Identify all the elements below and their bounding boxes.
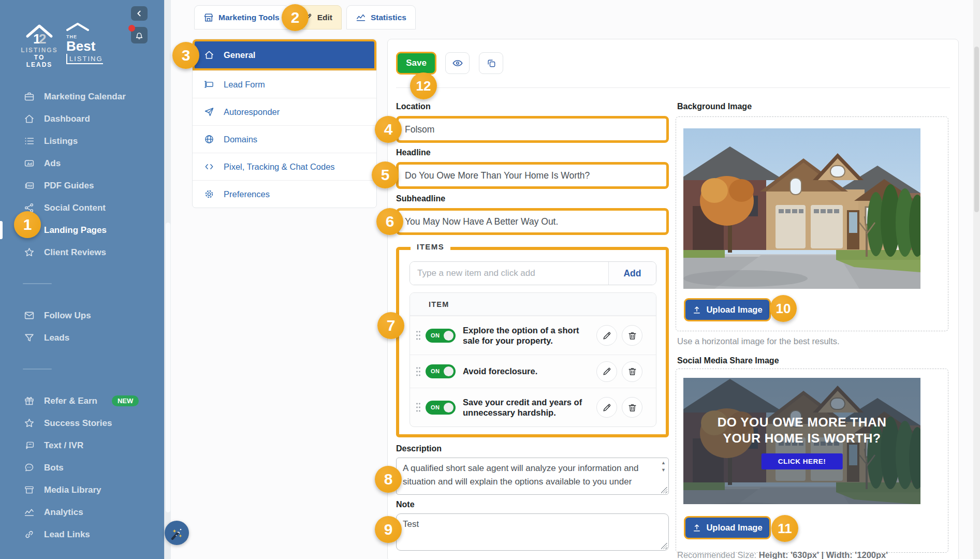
svg-text:Ad: Ad xyxy=(27,161,32,166)
step-badge-11: 11 xyxy=(771,515,798,542)
sidebar-item-label: Text / IVR xyxy=(44,440,83,451)
sidebar-item-leads[interactable]: Leads xyxy=(0,327,171,349)
tab-statistics[interactable]: Statistics xyxy=(346,5,416,30)
step-badge-1: 1 xyxy=(14,211,41,238)
envelope-icon xyxy=(24,310,35,321)
svg-text:2: 2 xyxy=(39,31,46,46)
step-badge-5: 5 xyxy=(372,161,399,188)
sidebar-item-refer-earn[interactable]: Refer & Earn NEW xyxy=(0,390,171,412)
page-scrollbar-thumb[interactable] xyxy=(974,47,979,212)
sidebar-item-dashboard[interactable]: Dashboard xyxy=(0,108,171,130)
settings-subnav: General Lead Form Autoresponder Domains … xyxy=(192,39,377,208)
delete-item-button[interactable] xyxy=(622,397,642,418)
headline-label: Headline xyxy=(396,148,431,157)
listings-to-leads-logo: 1 2 LISTINGS TO LEADS xyxy=(21,23,58,68)
sidebar-item-text-ivr[interactable]: Text / IVR xyxy=(0,434,171,457)
house-photo xyxy=(683,128,920,289)
edit-item-button[interactable] xyxy=(596,325,617,346)
subnav-item-domains[interactable]: Domains xyxy=(193,125,376,153)
sidebar-item-ads[interactable]: Ad Ads xyxy=(0,152,171,174)
new-item-input[interactable] xyxy=(410,262,608,285)
sidebar-collapse-button[interactable] xyxy=(131,6,148,21)
resize-grip-icon[interactable] xyxy=(661,543,667,549)
save-button[interactable]: Save xyxy=(396,52,436,75)
step-badge-8: 8 xyxy=(375,466,402,493)
sidebar-item-success-stories[interactable]: Success Stories xyxy=(0,412,171,434)
drag-handle-icon[interactable] xyxy=(414,366,422,377)
notifications-button[interactable] xyxy=(131,27,148,43)
delete-item-button[interactable] xyxy=(622,361,642,382)
sidebar-item-pdf-guides[interactable]: PDF PDF Guides xyxy=(0,174,171,197)
logo-text-listings: LISTINGS xyxy=(21,47,58,54)
link-icon xyxy=(24,529,35,540)
item-toggle[interactable]: ON xyxy=(426,329,456,343)
sidebar-item-lead-links[interactable]: Lead Links xyxy=(0,523,171,546)
subnav-item-label: Preferences xyxy=(224,189,270,199)
social-share-image-label: Social Media Share Image xyxy=(677,356,779,365)
subnav-item-general[interactable]: General xyxy=(193,39,376,70)
sidebar-item-label: Success Stories xyxy=(44,418,112,429)
add-item-button[interactable]: Add xyxy=(608,262,656,285)
sidebar-item-label: Landing Pages xyxy=(44,225,107,236)
tab-marketing-tools[interactable]: Marketing Tools xyxy=(194,5,289,30)
description-textarea[interactable]: A qualified short sale agent will analyz… xyxy=(396,458,669,495)
sidebar-item-listings[interactable]: Listings xyxy=(0,130,171,152)
sidebar-item-marketing-calendar[interactable]: Marketing Calendar xyxy=(0,85,171,108)
sidebar-item-label: Refer & Earn xyxy=(44,396,97,406)
sidebar-item-bots[interactable]: Bots xyxy=(0,457,171,479)
sidebar-divider xyxy=(0,263,171,304)
sidebar-item-analytics[interactable]: Analytics xyxy=(0,501,171,523)
chart-icon xyxy=(356,12,366,23)
sidebar-item-label: Media Library xyxy=(44,485,101,495)
subheadline-input[interactable] xyxy=(396,208,669,235)
share-overlay-cta: CLICK HERE! xyxy=(762,453,843,469)
step-badge-4: 4 xyxy=(375,116,402,143)
edit-item-button[interactable] xyxy=(596,361,617,382)
sidebar-scrollbar-thumb[interactable] xyxy=(166,223,170,512)
items-section: ITEMS Add ITEM ON Explore the option of … xyxy=(396,247,669,437)
sidebar-item-follow-ups[interactable]: Follow Ups xyxy=(0,304,171,327)
note-textarea[interactable]: Test xyxy=(396,513,669,551)
upload-social-image-button[interactable]: Upload Image xyxy=(684,516,771,539)
globe-icon xyxy=(204,134,214,144)
toggle-on-label: ON xyxy=(431,404,440,410)
logo-text-toleads: TO LEADS xyxy=(21,54,58,68)
share-image-overlay: DO YOU OWE MORE THAN YOUR HOME IS WORTH?… xyxy=(683,378,920,504)
headline-input[interactable] xyxy=(396,162,669,189)
item-toggle[interactable]: ON xyxy=(426,401,456,415)
drag-handle-icon[interactable] xyxy=(414,330,422,341)
location-input[interactable] xyxy=(396,116,669,143)
drag-handle-icon[interactable] xyxy=(414,402,422,413)
subheadline-label: Subheadline xyxy=(396,194,445,203)
background-image-panel: Upload Image xyxy=(676,116,948,331)
app-screen: 1 2 LISTINGS TO LEADS THE Best LISTING xyxy=(0,0,980,559)
archive-box-icon xyxy=(24,484,35,495)
preview-button[interactable] xyxy=(445,52,470,74)
subnav-item-pixel-tracking[interactable]: Pixel, Tracking & Chat Codes xyxy=(193,153,376,180)
sidebar-item-client-reviews[interactable]: Client Reviews xyxy=(0,241,171,263)
step-badge-6: 6 xyxy=(376,208,403,235)
item-toggle[interactable]: ON xyxy=(426,364,456,378)
items-legend: ITEMS xyxy=(411,242,450,251)
textarea-scrollbar[interactable]: ▲▼ xyxy=(660,459,667,487)
sidebar-item-label: Lead Links xyxy=(44,529,90,540)
upload-button-label: Upload Image xyxy=(706,523,762,533)
theme-wand-button[interactable] xyxy=(165,521,189,545)
subnav-item-preferences[interactable]: Preferences xyxy=(193,180,376,208)
duplicate-button[interactable] xyxy=(479,52,503,74)
delete-item-button[interactable] xyxy=(622,325,642,346)
sidebar-item-media-library[interactable]: Media Library xyxy=(0,479,171,501)
resize-grip-icon[interactable] xyxy=(661,487,667,493)
logo[interactable]: 1 2 LISTINGS TO LEADS THE Best LISTING xyxy=(21,23,106,68)
tab-label: Edit xyxy=(317,13,332,22)
chat-square-icon xyxy=(24,440,35,451)
upload-background-image-button[interactable]: Upload Image xyxy=(684,298,771,321)
sidebar-scrollbar[interactable] xyxy=(164,0,171,559)
subnav-item-lead-form[interactable]: Lead Form xyxy=(193,70,376,98)
step-badge-3: 3 xyxy=(172,42,199,69)
edit-item-button[interactable] xyxy=(596,397,617,418)
page-scrollbar[interactable] xyxy=(973,0,980,559)
gift-icon xyxy=(24,395,35,406)
subnav-item-autoresponder[interactable]: Autoresponder xyxy=(193,98,376,125)
tab-label: Statistics xyxy=(371,13,406,22)
